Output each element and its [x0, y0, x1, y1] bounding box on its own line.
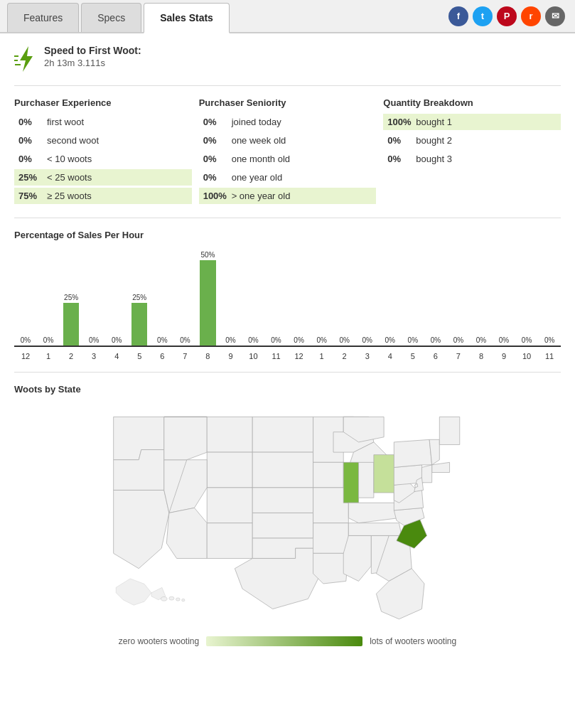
- bar-col: 0%: [37, 247, 60, 346]
- bar-col: 0%: [219, 247, 242, 346]
- stat-row: 0%bought 2: [383, 132, 561, 149]
- reddit-icon[interactable]: r: [521, 6, 541, 26]
- legend-label-left: zero wooters wooting: [119, 636, 199, 646]
- svg-marker-10: [207, 452, 252, 488]
- stat-label: ≥ 25 woots: [47, 191, 92, 201]
- map-section: Woots by State .state { fill: #f0f0f0; s…: [14, 384, 561, 646]
- bar-pct-label: 0%: [21, 336, 31, 344]
- svg-marker-33: [348, 523, 402, 536]
- stat-row: 75%≥ 25 woots: [14, 188, 192, 204]
- bar-pct-label: 50%: [200, 251, 215, 259]
- stat-row: 100%bought 1: [383, 114, 561, 130]
- purchaser-seniority-header: Purchaser Seniority: [199, 97, 377, 108]
- bar-labels: 121234567891011121234567891011: [14, 350, 561, 360]
- bar-col: 0%: [470, 247, 493, 346]
- bar-col: 0%: [82, 247, 105, 346]
- bar-pct-label: 0%: [476, 336, 486, 344]
- stat-label: second woot: [47, 135, 99, 146]
- svg-marker-46: [431, 462, 449, 472]
- bar-hour-label: 11: [265, 350, 288, 360]
- bar-col: 0%: [447, 247, 470, 346]
- bar-col: 0%: [105, 247, 128, 346]
- bar-col: 0%: [242, 247, 264, 346]
- bar-pct-label: 0%: [316, 336, 326, 344]
- svg-point-54: [176, 598, 180, 601]
- stat-row: 25%< 25 woots: [14, 169, 192, 186]
- svg-marker-17: [252, 488, 313, 513]
- tab-specs[interactable]: Specs: [81, 3, 141, 32]
- bar-pct-label: 0%: [339, 336, 349, 344]
- bar-hour-label: 6: [151, 350, 173, 360]
- svg-marker-15: [252, 417, 313, 452]
- bar-hour-label: 11: [538, 350, 561, 360]
- svg-marker-24: [313, 523, 348, 554]
- bar-pct-label: 0%: [248, 336, 258, 344]
- bar-pct-label: 0%: [180, 336, 190, 344]
- bar-col: 0%: [538, 247, 561, 346]
- bar-col: 50%: [196, 247, 219, 346]
- svg-marker-6: [113, 490, 168, 568]
- stat-pct: 0%: [203, 154, 229, 164]
- email-icon[interactable]: ✉: [545, 6, 565, 26]
- svg-marker-50: [116, 579, 151, 605]
- bar-pct-label: 0%: [385, 336, 395, 344]
- bar-col: 0%: [173, 247, 196, 346]
- stat-pct: 0%: [203, 135, 229, 146]
- stat-pct: 0%: [203, 172, 229, 183]
- chart-title: Percentage of Sales Per Hour: [14, 230, 561, 240]
- speed-label: Speed to First Woot:: [44, 45, 141, 56]
- facebook-icon[interactable]: f: [448, 6, 468, 26]
- stat-label: one year old: [232, 172, 283, 183]
- purchaser-experience-col: Purchaser Experience 0%first woot0%secon…: [14, 97, 192, 206]
- bar-col: 0%: [311, 247, 333, 346]
- bar-col: 0%: [151, 247, 173, 346]
- stat-pct: 100%: [387, 117, 413, 127]
- purchaser-seniority-col: Purchaser Seniority 0%joined today0%one …: [199, 97, 377, 206]
- svg-point-53: [168, 596, 173, 600]
- tab-features[interactable]: Features: [7, 3, 79, 32]
- svg-marker-18: [252, 513, 313, 538]
- svg-marker-43: [394, 439, 431, 467]
- stat-row: 0%< 10 woots: [14, 151, 192, 167]
- bar-hour-label: 8: [196, 350, 219, 360]
- quantity-breakdown-col: Quantity Breakdown 100%bought 10%bought …: [383, 97, 561, 206]
- quantity-breakdown-header: Quantity Breakdown: [383, 97, 561, 108]
- stat-row: 0%second woot: [14, 132, 192, 149]
- stat-row: 0%bought 3: [383, 151, 561, 167]
- stat-label: one month old: [232, 154, 290, 164]
- bar-pct-label: 0%: [89, 336, 99, 344]
- bar-pct-label: 0%: [43, 336, 53, 344]
- svg-marker-16: [252, 452, 313, 488]
- stat-row: 100%> one year old: [199, 188, 377, 204]
- bar: [200, 260, 215, 346]
- bar-hour-label: 10: [515, 350, 538, 360]
- bar-hour-label: 5: [402, 350, 424, 360]
- twitter-icon[interactable]: t: [473, 6, 493, 26]
- svg-marker-45: [439, 417, 459, 444]
- bar-col: 0%: [402, 247, 424, 346]
- pinterest-icon[interactable]: P: [497, 6, 517, 26]
- bar-hour-label: 3: [82, 350, 105, 360]
- bar-hour-label: 4: [105, 350, 128, 360]
- bar-hour-label: 2: [60, 350, 82, 360]
- bar-chart: 0%0%25%0%0%25%0%0%50%0%0%0%0%0%0%0%0%0%0…: [14, 247, 561, 347]
- map-container: .state { fill: #f0f0f0; stroke: #aaa; st…: [14, 402, 561, 629]
- tabs-bar: Features Specs Sales Stats f t P r ✉: [0, 0, 575, 33]
- bar-col: 0%: [424, 247, 447, 346]
- stat-label: bought 3: [416, 154, 452, 164]
- tab-sales-stats[interactable]: Sales Stats: [144, 3, 230, 33]
- map-title: Woots by State: [14, 384, 561, 395]
- stat-pct: 25%: [18, 172, 44, 183]
- speed-text: Speed to First Woot: 2h 13m 3.111s: [44, 45, 141, 68]
- svg-marker-29: [343, 462, 358, 503]
- bar-hour-label: 9: [493, 350, 515, 360]
- bar-hour-label: 8: [470, 350, 493, 360]
- purchaser-experience-header: Purchaser Experience: [14, 97, 192, 108]
- stat-label: one week old: [232, 135, 286, 146]
- svg-point-52: [161, 596, 167, 601]
- bar-pct-label: 0%: [271, 336, 281, 344]
- main-content: Speed to First Woot: 2h 13m 3.111s Purch…: [0, 33, 575, 658]
- bar-hour-label: 12: [288, 350, 311, 360]
- bar-pct-label: 0%: [157, 336, 167, 344]
- legend-gradient-bar: [206, 636, 362, 646]
